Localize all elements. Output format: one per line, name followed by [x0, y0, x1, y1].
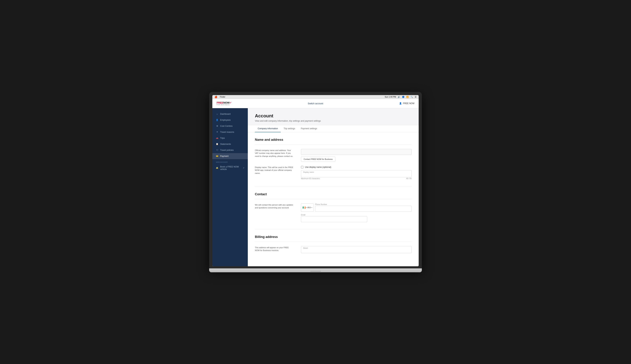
contact-section: Contact We will contact this person with…	[255, 192, 411, 222]
user-icon: 👤	[399, 102, 402, 105]
phone-code: +353	[306, 206, 311, 208]
page-title: Account	[255, 113, 411, 118]
logo-area: FREENOW✓ FOR BUSINESS	[217, 101, 240, 106]
tab-company-information[interactable]: Company information	[255, 125, 281, 132]
street-field-wrapper: Street	[301, 246, 411, 253]
contact-fields: 🇮🇪 +353 ▾ Phone Number	[301, 204, 411, 222]
official-fields: Contact FREE NOW for Business	[301, 149, 411, 162]
switch-account-button[interactable]: Switch account	[308, 102, 323, 105]
sidebar-item-travel-policies[interactable]: 🛡 Travel policies	[212, 147, 248, 153]
sidebar: ⌂ Dashboard 👤 Employees ⊞ Cost Centres	[212, 108, 248, 266]
menu-icon[interactable]: ☰	[415, 96, 416, 98]
divider-2	[255, 229, 411, 230]
display-fields: Use display name (optional) Display name…	[301, 166, 411, 180]
sidebar-label-travel-policies: Travel policies	[220, 149, 234, 151]
email-input[interactable]	[301, 216, 367, 222]
billing-title: Billing address	[255, 235, 411, 242]
top-header: FREENOW✓ FOR BUSINESS Switch account 👤 F…	[212, 99, 419, 108]
bluetooth-icon[interactable]: 🔵	[402, 96, 404, 98]
sidebar-label-dashboard: Dashboard	[220, 113, 231, 115]
travel-reasons-icon: ✈	[216, 131, 218, 133]
display-name-row: Display name. This will be used in the F…	[255, 166, 411, 180]
trackpad-notch	[310, 271, 321, 272]
payment-icon: 💳	[216, 155, 218, 157]
search-icon[interactable]: 🔍	[410, 96, 413, 98]
country-flag: 🇮🇪	[303, 206, 306, 209]
street-input[interactable]	[301, 246, 411, 253]
sidebar-label-travel-reasons: Travel reasons	[220, 131, 234, 133]
sidebar-item-payment[interactable]: 💳 Payment	[212, 153, 248, 159]
billing-section: Billing address This address will appear…	[255, 235, 411, 254]
sidebar-item-statements[interactable]: 📋 Statements	[212, 141, 248, 147]
logo-business: FOR BUSINESS	[217, 104, 230, 106]
sidebar-label-trips: Trips	[220, 137, 225, 139]
phone-row: 🇮🇪 +353 ▾ Phone Number	[301, 204, 411, 212]
user-label: FREE NOW	[403, 102, 414, 105]
tab-trip-settings[interactable]: Trip settings	[281, 125, 298, 132]
logo-now: NOW	[223, 101, 230, 104]
name-address-title: Name and address	[255, 138, 411, 145]
tabs-bar: Company information Trip settings Paymen…	[248, 125, 419, 132]
sidebar-item-travel-reasons[interactable]: ✈ Travel reasons	[212, 129, 248, 135]
display-description: Display name. This will be used in the F…	[255, 166, 294, 180]
char-hint: Maximum 60 characters	[301, 178, 320, 180]
sidebar-item-employees[interactable]: 👤 Employees	[212, 117, 248, 123]
volume-icon[interactable]: 🔊	[398, 96, 400, 98]
trips-icon: 🚗	[216, 137, 218, 139]
menubar: 🍎 Finder Sun 1:44 PM 🔊 🔵 📶 🔍 ☰	[212, 95, 419, 99]
logo-free: FREE	[217, 101, 223, 104]
web-booker-label: WEB BOOKER	[212, 159, 248, 164]
travel-policies-icon: 🛡	[216, 149, 218, 151]
sidebar-item-cost-centres[interactable]: ⊞ Cost Centres	[212, 123, 248, 129]
sidebar-label-statements: Statements	[220, 143, 231, 145]
char-count-row: Maximum 60 characters 49 / 60	[301, 178, 411, 180]
statements-icon: 📋	[216, 143, 218, 145]
contact-free-now-button[interactable]: Contact FREE NOW for Business	[301, 157, 335, 162]
logo-check: ✓	[230, 101, 232, 104]
use-display-name-row: Use display name (optional)	[301, 166, 411, 168]
phone-label: Phone Number	[315, 204, 411, 205]
name-address-section: Name and address Official company name a…	[255, 138, 411, 180]
divider-1	[255, 186, 411, 187]
header-right: 👤 FREE NOW	[399, 102, 414, 105]
email-label: Email	[301, 214, 411, 216]
sidebar-label-employees: Employees	[220, 119, 231, 121]
official-name-row: Official company name and address. Your …	[255, 149, 411, 162]
billing-description: This address will appear on your FREE NO…	[255, 246, 294, 254]
use-display-name-checkbox[interactable]	[301, 166, 303, 168]
book-vehicle-icon: 🚖	[216, 167, 218, 169]
page-subtitle: View and edit company information, trip …	[255, 120, 411, 122]
display-name-input[interactable]	[301, 170, 411, 177]
sidebar-item-dashboard[interactable]: ⌂ Dashboard	[212, 111, 248, 117]
app-name: Finder	[220, 96, 225, 98]
sidebar-label-book-vehicle: Book a FREE NOW vehicle	[220, 166, 241, 170]
display-name-field-wrapper: Display name	[301, 170, 411, 177]
phone-country-selector[interactable]: 🇮🇪 +353 ▾	[301, 204, 314, 212]
apple-icon[interactable]: 🍎	[215, 96, 217, 98]
menubar-time: Sun 1:44 PM	[385, 96, 396, 98]
page-header: Account View and edit company informatio…	[248, 108, 419, 125]
external-link-icon: ↗	[243, 167, 244, 169]
phone-number-input[interactable]	[315, 206, 411, 212]
content-area: Account View and edit company informatio…	[248, 108, 419, 266]
contact-description: We will contact this person with any upd…	[255, 204, 294, 222]
sidebar-item-trips[interactable]: 🚗 Trips	[212, 135, 248, 141]
sidebar-label-cost-centres: Cost Centres	[220, 125, 233, 127]
contact-title: Contact	[255, 192, 411, 199]
char-count: 49 / 60	[406, 178, 411, 180]
official-description: Official company name and address. Your …	[255, 149, 294, 162]
dashboard-icon: ⌂	[216, 113, 218, 115]
wifi-icon[interactable]: 📶	[406, 96, 409, 98]
contact-row: We will contact this person with any upd…	[255, 204, 411, 222]
tab-payment-settings[interactable]: Payment settings	[298, 125, 320, 132]
billing-row: This address will appear on your FREE NO…	[255, 246, 411, 254]
cost-centres-icon: ⊞	[216, 125, 218, 127]
phone-number-wrapper: Phone Number	[315, 204, 411, 212]
employees-icon: 👤	[216, 119, 218, 121]
company-name-input[interactable]	[301, 149, 411, 155]
billing-fields: Street	[301, 246, 411, 254]
use-display-name-label: Use display name (optional)	[305, 166, 331, 168]
email-wrapper: Email	[301, 214, 411, 222]
sidebar-item-book-vehicle[interactable]: 🚖 Book a FREE NOW vehicle ↗	[212, 164, 248, 172]
dropdown-arrow-icon: ▾	[311, 207, 312, 208]
